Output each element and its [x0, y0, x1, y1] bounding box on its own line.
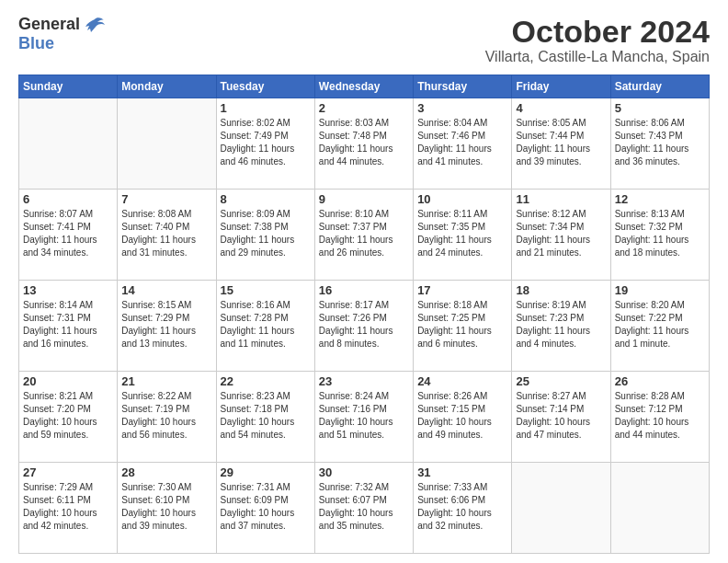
- calendar-day-cell: 1Sunrise: 8:02 AM Sunset: 7:49 PM Daylig…: [216, 98, 314, 190]
- calendar-week-row: 13Sunrise: 8:14 AM Sunset: 7:31 PM Dayli…: [19, 281, 710, 372]
- page: General Blue October 2024 Villarta, Cast…: [0, 0, 728, 563]
- day-number: 17: [417, 283, 507, 297]
- day-number: 25: [516, 374, 606, 388]
- day-info: Sunrise: 8:14 AM Sunset: 7:31 PM Dayligh…: [23, 299, 113, 350]
- day-number: 28: [121, 465, 211, 479]
- day-info: Sunrise: 7:33 AM Sunset: 6:06 PM Dayligh…: [417, 481, 507, 533]
- logo-general-text: General: [18, 15, 80, 34]
- calendar-day-cell: 15Sunrise: 8:16 AM Sunset: 7:28 PM Dayli…: [216, 281, 314, 372]
- calendar-day-cell: 11Sunrise: 8:12 AM Sunset: 7:34 PM Dayli…: [512, 190, 610, 281]
- calendar-header-row: SundayMondayTuesdayWednesdayThursdayFrid…: [19, 75, 710, 98]
- day-info: Sunrise: 8:11 AM Sunset: 7:35 PM Dayligh…: [417, 208, 507, 259]
- calendar-day-cell: 13Sunrise: 8:14 AM Sunset: 7:31 PM Dayli…: [19, 281, 118, 372]
- weekday-header: Thursday: [414, 75, 512, 98]
- day-number: 9: [319, 192, 409, 206]
- day-number: 19: [615, 283, 705, 297]
- day-info: Sunrise: 8:02 AM Sunset: 7:49 PM Dayligh…: [221, 117, 311, 168]
- logo-blue-text: Blue: [18, 34, 54, 52]
- day-info: Sunrise: 7:29 AM Sunset: 6:11 PM Dayligh…: [23, 481, 113, 533]
- calendar-day-cell: 9Sunrise: 8:10 AM Sunset: 7:37 PM Daylig…: [314, 190, 413, 281]
- logo: General Blue: [18, 15, 106, 53]
- day-info: Sunrise: 8:24 AM Sunset: 7:16 PM Dayligh…: [319, 390, 409, 442]
- day-number: 2: [319, 101, 409, 115]
- weekday-header: Sunday: [19, 75, 118, 98]
- day-number: 8: [221, 192, 311, 206]
- day-info: Sunrise: 8:18 AM Sunset: 7:25 PM Dayligh…: [417, 299, 507, 350]
- calendar-day-cell: 30Sunrise: 7:32 AM Sunset: 6:07 PM Dayli…: [314, 463, 413, 554]
- calendar-week-row: 27Sunrise: 7:29 AM Sunset: 6:11 PM Dayli…: [19, 463, 710, 554]
- calendar-day-cell: 14Sunrise: 8:15 AM Sunset: 7:29 PM Dayli…: [118, 281, 216, 372]
- day-number: 5: [615, 101, 705, 115]
- calendar-day-cell: 27Sunrise: 7:29 AM Sunset: 6:11 PM Dayli…: [19, 463, 118, 554]
- day-info: Sunrise: 8:06 AM Sunset: 7:43 PM Dayligh…: [615, 117, 705, 168]
- day-info: Sunrise: 8:20 AM Sunset: 7:22 PM Dayligh…: [615, 299, 705, 350]
- day-number: 14: [121, 283, 211, 297]
- calendar-week-row: 1Sunrise: 8:02 AM Sunset: 7:49 PM Daylig…: [19, 98, 710, 190]
- calendar-day-cell: 20Sunrise: 8:21 AM Sunset: 7:20 PM Dayli…: [19, 372, 118, 463]
- month-title: October 2024: [485, 15, 710, 49]
- day-number: 22: [221, 374, 311, 388]
- calendar-day-cell: 24Sunrise: 8:26 AM Sunset: 7:15 PM Dayli…: [414, 372, 512, 463]
- calendar-day-cell: 25Sunrise: 8:27 AM Sunset: 7:14 PM Dayli…: [512, 372, 610, 463]
- day-number: 21: [121, 374, 211, 388]
- day-number: 4: [516, 101, 606, 115]
- day-info: Sunrise: 8:09 AM Sunset: 7:38 PM Dayligh…: [221, 208, 311, 259]
- calendar-day-cell: 16Sunrise: 8:17 AM Sunset: 7:26 PM Dayli…: [314, 281, 413, 372]
- day-info: Sunrise: 8:04 AM Sunset: 7:46 PM Dayligh…: [417, 117, 507, 168]
- weekday-header: Wednesday: [314, 75, 413, 98]
- calendar-day-cell: 5Sunrise: 8:06 AM Sunset: 7:43 PM Daylig…: [610, 98, 709, 190]
- day-info: Sunrise: 8:15 AM Sunset: 7:29 PM Dayligh…: [121, 299, 211, 350]
- day-info: Sunrise: 8:08 AM Sunset: 7:40 PM Dayligh…: [121, 208, 211, 259]
- calendar-day-cell: 31Sunrise: 7:33 AM Sunset: 6:06 PM Dayli…: [414, 463, 512, 554]
- calendar-day-cell: 2Sunrise: 8:03 AM Sunset: 7:48 PM Daylig…: [314, 98, 413, 190]
- day-info: Sunrise: 8:26 AM Sunset: 7:15 PM Dayligh…: [417, 390, 507, 442]
- header: General Blue October 2024 Villarta, Cast…: [18, 15, 710, 65]
- calendar-day-cell: 18Sunrise: 8:19 AM Sunset: 7:23 PM Dayli…: [512, 281, 610, 372]
- day-number: 6: [23, 192, 113, 206]
- day-number: 23: [319, 374, 409, 388]
- day-info: Sunrise: 8:13 AM Sunset: 7:32 PM Dayligh…: [615, 208, 705, 259]
- location: Villarta, Castille-La Mancha, Spain: [485, 49, 710, 65]
- calendar-day-cell: 7Sunrise: 8:08 AM Sunset: 7:40 PM Daylig…: [118, 190, 216, 281]
- day-info: Sunrise: 8:28 AM Sunset: 7:12 PM Dayligh…: [615, 390, 705, 442]
- day-info: Sunrise: 8:05 AM Sunset: 7:44 PM Dayligh…: [516, 117, 606, 168]
- calendar-day-cell: [512, 463, 610, 554]
- day-info: Sunrise: 8:21 AM Sunset: 7:20 PM Dayligh…: [23, 390, 113, 442]
- day-info: Sunrise: 7:32 AM Sunset: 6:07 PM Dayligh…: [319, 481, 409, 533]
- day-info: Sunrise: 8:12 AM Sunset: 7:34 PM Dayligh…: [516, 208, 606, 259]
- day-info: Sunrise: 8:10 AM Sunset: 7:37 PM Dayligh…: [319, 208, 409, 259]
- day-number: 26: [615, 374, 705, 388]
- calendar-day-cell: 26Sunrise: 8:28 AM Sunset: 7:12 PM Dayli…: [610, 372, 709, 463]
- calendar-table: SundayMondayTuesdayWednesdayThursdayFrid…: [18, 75, 710, 554]
- day-number: 1: [221, 101, 311, 115]
- calendar-week-row: 6Sunrise: 8:07 AM Sunset: 7:41 PM Daylig…: [19, 190, 710, 281]
- calendar-day-cell: 21Sunrise: 8:22 AM Sunset: 7:19 PM Dayli…: [118, 372, 216, 463]
- calendar-day-cell: [610, 463, 709, 554]
- day-number: 13: [23, 283, 113, 297]
- day-info: Sunrise: 8:03 AM Sunset: 7:48 PM Dayligh…: [319, 117, 409, 168]
- day-info: Sunrise: 8:17 AM Sunset: 7:26 PM Dayligh…: [319, 299, 409, 350]
- day-info: Sunrise: 7:31 AM Sunset: 6:09 PM Dayligh…: [221, 481, 311, 533]
- day-number: 7: [121, 192, 211, 206]
- day-number: 29: [221, 465, 311, 479]
- calendar-day-cell: 8Sunrise: 8:09 AM Sunset: 7:38 PM Daylig…: [216, 190, 314, 281]
- day-info: Sunrise: 8:27 AM Sunset: 7:14 PM Dayligh…: [516, 390, 606, 442]
- calendar-day-cell: 6Sunrise: 8:07 AM Sunset: 7:41 PM Daylig…: [19, 190, 118, 281]
- day-info: Sunrise: 8:16 AM Sunset: 7:28 PM Dayligh…: [221, 299, 311, 350]
- day-number: 10: [417, 192, 507, 206]
- day-number: 30: [319, 465, 409, 479]
- day-number: 11: [516, 192, 606, 206]
- weekday-header: Tuesday: [216, 75, 314, 98]
- calendar-day-cell: 3Sunrise: 8:04 AM Sunset: 7:46 PM Daylig…: [414, 98, 512, 190]
- weekday-header: Saturday: [610, 75, 709, 98]
- day-number: 20: [23, 374, 113, 388]
- day-info: Sunrise: 8:19 AM Sunset: 7:23 PM Dayligh…: [516, 299, 606, 350]
- day-number: 16: [319, 283, 409, 297]
- day-info: Sunrise: 7:30 AM Sunset: 6:10 PM Dayligh…: [121, 481, 211, 533]
- day-number: 27: [23, 465, 113, 479]
- calendar-week-row: 20Sunrise: 8:21 AM Sunset: 7:20 PM Dayli…: [19, 372, 710, 463]
- weekday-header: Friday: [512, 75, 610, 98]
- calendar-day-cell: 10Sunrise: 8:11 AM Sunset: 7:35 PM Dayli…: [414, 190, 512, 281]
- calendar-day-cell: [19, 98, 118, 190]
- logo-bird-icon: [84, 16, 106, 34]
